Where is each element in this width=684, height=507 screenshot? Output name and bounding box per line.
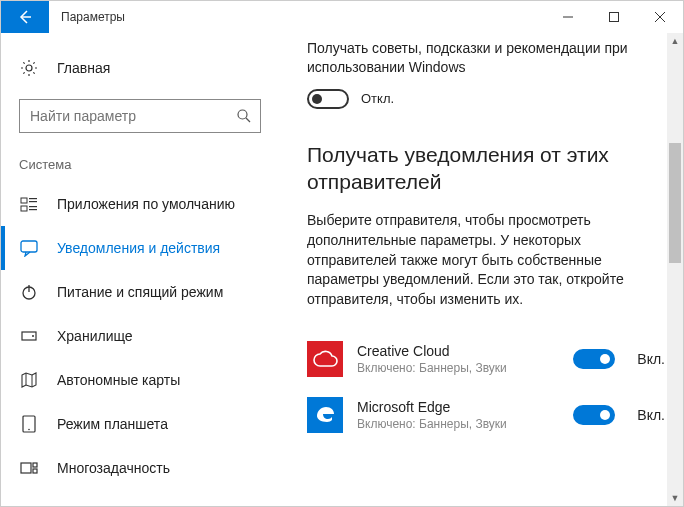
storage-icon — [19, 326, 39, 346]
toggle-knob — [600, 354, 610, 364]
scroll-down-arrow[interactable]: ▼ — [667, 490, 683, 506]
sidebar-item-label: Автономные карты — [57, 372, 180, 388]
tips-toggle[interactable] — [307, 89, 349, 109]
power-icon — [19, 282, 39, 302]
scroll-up-arrow[interactable]: ▲ — [667, 33, 683, 49]
sidebar-item-label: Питание и спящий режим — [57, 284, 223, 300]
svg-rect-13 — [29, 209, 37, 210]
svg-point-6 — [238, 110, 247, 119]
window-title: Параметры — [49, 1, 545, 33]
search-input[interactable] — [30, 108, 236, 124]
toggle-knob — [312, 94, 322, 104]
notifications-icon — [19, 238, 39, 258]
sender-row[interactable]: Microsoft Edge Включено: Баннеры, Звуки … — [307, 387, 665, 443]
sender-toggle[interactable] — [573, 405, 615, 425]
close-button[interactable] — [637, 1, 683, 33]
sidebar-item-notifications[interactable]: Уведомления и действия — [1, 226, 279, 270]
sidebar-item-default-apps[interactable]: Приложения по умолчанию — [1, 182, 279, 226]
svg-point-5 — [26, 65, 32, 71]
svg-point-18 — [32, 335, 34, 337]
sidebar-group-header: Система — [1, 151, 279, 182]
sidebar-home[interactable]: Главная — [1, 47, 279, 89]
sidebar-item-label: Приложения по умолчанию — [57, 196, 235, 212]
maximize-button[interactable] — [591, 1, 637, 33]
sidebar-item-maps[interactable]: Автономные карты — [1, 358, 279, 402]
arrow-left-icon — [17, 9, 33, 25]
sender-toggle[interactable] — [573, 349, 615, 369]
svg-rect-2 — [610, 13, 619, 22]
edge-icon — [307, 397, 343, 433]
content-pane: Получать советы, подсказки и рекомендаци… — [279, 33, 683, 506]
sidebar-item-label: Режим планшета — [57, 416, 168, 432]
sidebar-home-label: Главная — [57, 60, 110, 76]
svg-rect-24 — [33, 463, 37, 467]
back-button[interactable] — [1, 1, 49, 33]
svg-rect-10 — [29, 201, 37, 202]
svg-rect-23 — [21, 463, 31, 473]
sidebar-item-label: Хранилище — [57, 328, 133, 344]
sender-name: Creative Cloud — [357, 343, 573, 359]
sidebar-item-storage[interactable]: Хранилище — [1, 314, 279, 358]
search-icon — [236, 108, 252, 124]
multitasking-icon — [19, 458, 39, 478]
vertical-scrollbar[interactable]: ▲ ▼ — [667, 33, 683, 506]
sidebar-item-multitasking[interactable]: Многозадачность — [1, 446, 279, 490]
minimize-button[interactable] — [545, 1, 591, 33]
svg-point-22 — [28, 429, 30, 431]
sender-list: Creative Cloud Включено: Баннеры, Звуки … — [307, 331, 665, 443]
toggle-on-label: Вкл. — [637, 351, 665, 367]
sender-row[interactable]: Creative Cloud Включено: Баннеры, Звуки … — [307, 331, 665, 387]
toggle-off-label: Откл. — [361, 91, 394, 106]
sidebar-item-label: Уведомления и действия — [57, 240, 220, 256]
defaults-icon — [19, 194, 39, 214]
section-body: Выберите отправителя, чтобы просмотреть … — [307, 211, 665, 309]
svg-line-7 — [246, 118, 250, 122]
gear-icon — [19, 58, 39, 78]
sidebar-item-tablet[interactable]: Режим планшета — [1, 402, 279, 446]
toggle-on-label: Вкл. — [637, 407, 665, 423]
maps-icon — [19, 370, 39, 390]
creative-cloud-icon — [307, 341, 343, 377]
sender-name: Microsoft Edge — [357, 399, 573, 415]
svg-rect-12 — [29, 206, 37, 207]
svg-rect-14 — [21, 241, 37, 252]
sidebar-item-power[interactable]: Питание и спящий режим — [1, 270, 279, 314]
sender-sub: Включено: Баннеры, Звуки — [357, 417, 573, 431]
sender-sub: Включено: Баннеры, Звуки — [357, 361, 573, 375]
svg-rect-9 — [29, 198, 37, 199]
tips-description: Получать советы, подсказки и рекомендаци… — [307, 39, 665, 77]
tablet-icon — [19, 414, 39, 434]
svg-rect-8 — [21, 198, 27, 203]
sidebar-item-label: Многозадачность — [57, 460, 170, 476]
sidebar: Главная Система Приложения по умолчанию … — [1, 33, 279, 506]
svg-rect-11 — [21, 206, 27, 211]
scroll-thumb[interactable] — [669, 143, 681, 263]
svg-rect-25 — [33, 469, 37, 473]
section-header: Получать уведомления от этих отправителе… — [307, 141, 665, 196]
toggle-knob — [600, 410, 610, 420]
search-input-container[interactable] — [19, 99, 261, 133]
